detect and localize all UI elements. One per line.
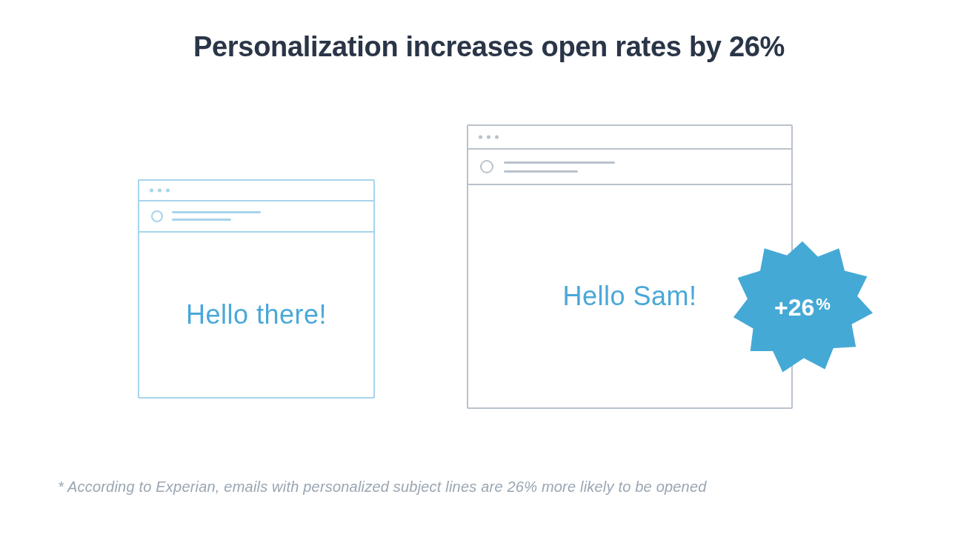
greeting-personalized: Hello Sam! [562,281,696,312]
window-tabbar [139,181,373,201]
window-dots-icon [479,136,499,139]
lift-value: +26 [774,294,814,321]
address-line-icon [172,219,231,221]
window-generic: Hello there! [138,179,375,399]
address-circle-icon [151,210,163,222]
lift-badge-text: +26% [732,237,873,378]
greeting-generic: Hello there! [186,299,327,330]
address-line-icon [504,161,615,164]
window-tabbar [468,126,791,150]
footnote: * According to Experian, emails with per… [58,479,707,496]
address-line-icon [172,211,261,213]
window-dots-icon [150,189,170,193]
headline: Personalization increases open rates by … [193,31,785,63]
window-addressbar [468,150,791,185]
address-line-icon [504,170,578,173]
window-body: Hello there! [139,233,373,397]
window-addressbar [139,201,373,233]
lift-percent: % [816,295,831,314]
lift-badge: +26% [732,237,873,378]
address-circle-icon [480,160,493,173]
